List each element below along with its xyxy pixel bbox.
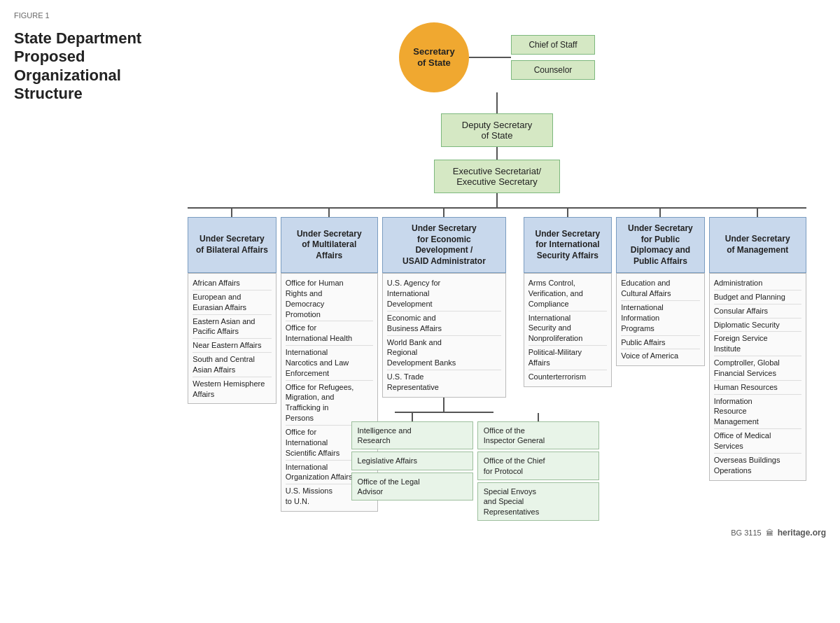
undersec-management: Under Secretaryof Management: [709, 217, 806, 273]
special-envoys-box: Special Envoysand SpecialRepresentatives: [477, 482, 599, 521]
overseas-buildings: Overseas BuildingsOperations: [714, 454, 802, 477]
deputy-secretary-box: Deputy Secretaryof State: [441, 113, 553, 147]
arms-control: Arms Control,Verification, andCompliance: [528, 276, 608, 312]
narcotics: InternationalNarcotics and LawEnforcemen…: [286, 346, 373, 381]
econ-business: Economic andBusiness Affairs: [387, 312, 501, 336]
african-affairs: African Affairs: [192, 276, 272, 290]
heritage-icon: 🏛: [766, 528, 774, 537]
undersec-multilateral: Under Secretaryof MultilateralAffairs: [281, 217, 378, 273]
left-title: State Department Proposed Organizational…: [14, 22, 168, 109]
eastern-asian: Eastern Asian andPacific Affairs: [192, 315, 272, 340]
chief-of-staff-box: Chief of Staff: [511, 35, 595, 55]
footer: BG 3115 🏛 heritage.org: [14, 528, 826, 538]
figure-label: FIGURE 1: [14, 11, 826, 20]
budget-planning: Budget and Planning: [714, 290, 802, 304]
undersec-public-diplomacy: Under Secretaryfor PublicDiplomacy andPu…: [616, 217, 705, 273]
inspector-general-box: Office of theInspector General: [477, 421, 599, 450]
comptroller: Comptroller, GlobalFinancial Services: [714, 356, 802, 381]
heritage-logo: heritage.org: [778, 528, 826, 538]
legislative-box: Legislative Affairs: [351, 451, 473, 470]
foreign-service: Foreign ServiceInstitute: [714, 332, 802, 356]
economic-items: U.S. Agency forInternationalDevelopment …: [382, 273, 506, 397]
chief-protocol-box: Office of the Chieffor Protocol: [477, 451, 599, 480]
us-trade: U.S. TradeRepresentative: [387, 370, 501, 394]
security-items: Arms Control,Verification, andCompliance…: [524, 273, 612, 387]
bg-number: BG 3115: [731, 528, 761, 537]
intelligence-box: Intelligence andResearch: [351, 421, 473, 450]
chart-area: Secretaryof State Chief of Staff: [168, 22, 826, 521]
counterterrorism: Counterterrorism: [528, 370, 608, 384]
medical-services: Office of MedicalServices: [714, 429, 802, 454]
political-military: Political-MilitaryAffairs: [528, 346, 608, 370]
diplomacy-items: Education andCultural Affairs Internatio…: [616, 273, 705, 366]
usaid: U.S. Agency forInternationalDevelopment: [387, 276, 501, 312]
education-cultural: Education andCultural Affairs: [621, 276, 700, 301]
bilateral-items: African Affairs European andEurasian Aff…: [188, 273, 276, 404]
intl-info-programs: InternationalInformationPrograms: [621, 301, 700, 336]
south-central: South and CentralAsian Affairs: [192, 353, 272, 377]
administration: Administration: [714, 276, 802, 290]
undersec-security: Under Secretaryfor InternationalSecurity…: [524, 217, 612, 273]
counselor-box: Counselor: [511, 60, 595, 80]
consular: Consular Affairs: [714, 304, 802, 318]
diplomatic-security: Diplomatic Security: [714, 318, 802, 332]
legal-advisor-box: Office of the LegalAdvisor: [351, 472, 473, 501]
info-resource: InformationResourceManagement: [714, 395, 802, 430]
main-layout: State Department Proposed Organizational…: [14, 22, 826, 521]
world-bank: World Bank andRegionalDevelopment Banks: [387, 336, 501, 371]
undersec-economic: Under Secretaryfor EconomicDevelopment /…: [382, 217, 506, 273]
human-resources: Human Resources: [714, 381, 802, 395]
executive-secretariat-box: Executive Secretariat/Executive Secretar…: [434, 160, 560, 193]
voice-of-america: Voice of America: [621, 349, 700, 363]
page-title: State Department Proposed Organizational…: [14, 29, 168, 104]
secretary-node: Secretaryof State: [399, 22, 469, 92]
intl-security: InternationalSecurity andNonproliferatio…: [528, 312, 608, 346]
western-hemisphere: Western HemisphereAffairs: [192, 377, 272, 401]
management-items: Administration Budget and Planning Consu…: [709, 273, 806, 481]
page-container: FIGURE 1 State Department Proposed Organ…: [14, 11, 826, 538]
undersec-bilateral: Under Secretaryof Bilateral Affairs: [188, 217, 276, 273]
european-affairs: European andEurasian Affairs: [192, 290, 272, 315]
public-affairs: Public Affairs: [621, 336, 700, 350]
intl-health: Office forInternational Health: [286, 321, 373, 346]
near-eastern: Near Eastern Affairs: [192, 339, 272, 353]
human-rights: Office for HumanRights andDemocracyPromo…: [286, 276, 373, 321]
